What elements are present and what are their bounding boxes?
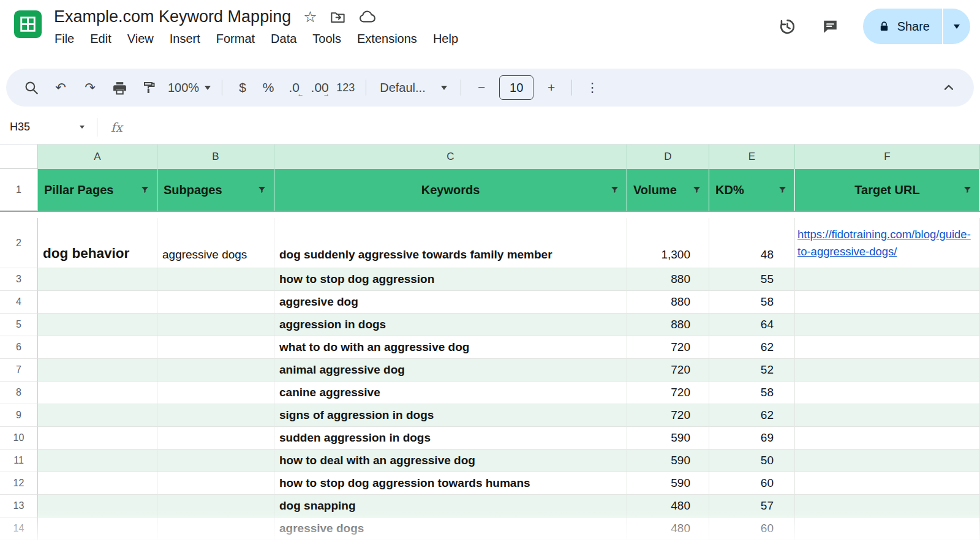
- cell-B3[interactable]: [157, 268, 274, 291]
- version-history-icon[interactable]: [772, 11, 803, 42]
- cell-E12[interactable]: 60: [709, 472, 795, 495]
- cell-A9[interactable]: [38, 404, 157, 427]
- decrease-decimal-button[interactable]: .0←: [281, 74, 307, 101]
- cell-D3[interactable]: 880: [627, 268, 709, 291]
- column-header-C[interactable]: C: [274, 145, 627, 169]
- column-header-A[interactable]: A: [38, 145, 157, 169]
- cloud-status-icon[interactable]: [358, 8, 376, 26]
- row-header-1[interactable]: 1: [0, 169, 38, 211]
- undo-button[interactable]: ↶: [47, 74, 75, 101]
- cell-D2[interactable]: 1,300: [627, 218, 709, 268]
- select-all-corner[interactable]: [0, 145, 38, 169]
- cell-A4[interactable]: [38, 291, 157, 314]
- cell-D11[interactable]: 590: [627, 450, 709, 472]
- row-header-3[interactable]: 3: [0, 268, 38, 291]
- cell-F10[interactable]: [795, 427, 980, 450]
- filter-icon[interactable]: [140, 185, 150, 195]
- cell-D13[interactable]: 480: [627, 495, 709, 518]
- menu-edit[interactable]: Edit: [82, 29, 119, 48]
- header-cell-A[interactable]: Pillar Pages: [38, 169, 157, 211]
- cell-C2[interactable]: dog suddenly aggressive towards family m…: [274, 218, 627, 268]
- cell-C13[interactable]: dog snapping: [274, 495, 627, 518]
- column-header-E[interactable]: E: [709, 145, 795, 169]
- paint-format-button[interactable]: [135, 74, 163, 101]
- cell-E6[interactable]: 62: [709, 336, 795, 359]
- cell-A7[interactable]: [38, 359, 157, 382]
- cell-E14[interactable]: 60: [709, 518, 795, 540]
- increase-decimal-button[interactable]: .00→: [307, 74, 333, 101]
- cell-D5[interactable]: 880: [627, 314, 709, 336]
- cell-C4[interactable]: aggresive dog: [274, 291, 627, 314]
- currency-format-button[interactable]: $: [230, 74, 255, 101]
- cell-B11[interactable]: [157, 450, 274, 472]
- cell-C6[interactable]: what to do with an aggressive dog: [274, 336, 627, 359]
- menu-view[interactable]: View: [119, 29, 162, 48]
- search-button[interactable]: [17, 74, 45, 101]
- cell-A14[interactable]: [38, 518, 157, 540]
- cell-C9[interactable]: signs of aggression in dogs: [274, 404, 627, 427]
- cell-D7[interactable]: 720: [627, 359, 709, 382]
- cell-E13[interactable]: 57: [709, 495, 795, 518]
- document-title[interactable]: Example.com Keyword Mapping: [54, 7, 291, 26]
- cell-C8[interactable]: canine aggressive: [274, 382, 627, 404]
- sheets-logo[interactable]: [13, 10, 42, 39]
- more-number-formats-button[interactable]: 123: [333, 74, 358, 101]
- header-cell-D[interactable]: Volume: [627, 169, 709, 211]
- font-size-input[interactable]: 10: [499, 75, 533, 100]
- cell-F6[interactable]: [795, 336, 980, 359]
- comments-icon[interactable]: [815, 11, 846, 42]
- cell-D14[interactable]: 480: [627, 518, 709, 540]
- more-options-button[interactable]: ⋮: [579, 74, 605, 101]
- cell-A6[interactable]: [38, 336, 157, 359]
- cell-A12[interactable]: [38, 472, 157, 495]
- cell-B5[interactable]: [157, 314, 274, 336]
- cell-F2[interactable]: https://fidotraining.com/blog/guide-to-a…: [795, 218, 980, 268]
- cell-B4[interactable]: [157, 291, 274, 314]
- cell-E3[interactable]: 55: [709, 268, 795, 291]
- target-url-link[interactable]: https://fidotraining.com/blog/guide-to-a…: [797, 226, 971, 260]
- menu-format[interactable]: Format: [208, 29, 263, 48]
- cell-F13[interactable]: [795, 495, 980, 518]
- cell-F4[interactable]: [795, 291, 980, 314]
- cell-F11[interactable]: [795, 450, 980, 472]
- header-cell-B[interactable]: Subpages: [157, 169, 274, 211]
- row-header-4[interactable]: 4: [0, 291, 38, 314]
- cell-C10[interactable]: sudden aggression in dogs: [274, 427, 627, 450]
- cell-F3[interactable]: [795, 268, 980, 291]
- star-icon[interactable]: ☆: [303, 8, 317, 26]
- cell-C11[interactable]: how to deal with an aggressive dog: [274, 450, 627, 472]
- cell-C5[interactable]: aggression in dogs: [274, 314, 627, 336]
- row-header-14[interactable]: 14: [0, 518, 38, 540]
- cell-A5[interactable]: [38, 314, 157, 336]
- hide-menus-button[interactable]: [935, 74, 963, 101]
- cell-A13[interactable]: [38, 495, 157, 518]
- filter-icon[interactable]: [692, 185, 702, 195]
- cell-E11[interactable]: 50: [709, 450, 795, 472]
- row-header-7[interactable]: 7: [0, 359, 38, 382]
- redo-button[interactable]: ↷: [76, 74, 104, 101]
- row-header-2[interactable]: 2: [0, 218, 38, 268]
- cell-B12[interactable]: [157, 472, 274, 495]
- cell-B8[interactable]: [157, 382, 274, 404]
- cell-A8[interactable]: [38, 382, 157, 404]
- row-header-9[interactable]: 9: [0, 404, 38, 427]
- row-header-13[interactable]: 13: [0, 495, 38, 518]
- cell-D10[interactable]: 590: [627, 427, 709, 450]
- cell-B9[interactable]: [157, 404, 274, 427]
- cell-C3[interactable]: how to stop dog aggression: [274, 268, 627, 291]
- header-cell-F[interactable]: Target URL: [795, 169, 980, 211]
- cell-F9[interactable]: [795, 404, 980, 427]
- cell-D6[interactable]: 720: [627, 336, 709, 359]
- cell-A10[interactable]: [38, 427, 157, 450]
- cell-F7[interactable]: [795, 359, 980, 382]
- cell-B6[interactable]: [157, 336, 274, 359]
- cell-B13[interactable]: [157, 495, 274, 518]
- menu-data[interactable]: Data: [263, 29, 304, 48]
- menu-tools[interactable]: Tools: [304, 29, 349, 48]
- cell-A11[interactable]: [38, 450, 157, 472]
- column-header-F[interactable]: F: [795, 145, 980, 169]
- cell-A2[interactable]: dog behavior: [38, 218, 157, 268]
- row-header-8[interactable]: 8: [0, 382, 38, 404]
- column-header-B[interactable]: B: [157, 145, 274, 169]
- cell-D9[interactable]: 720: [627, 404, 709, 427]
